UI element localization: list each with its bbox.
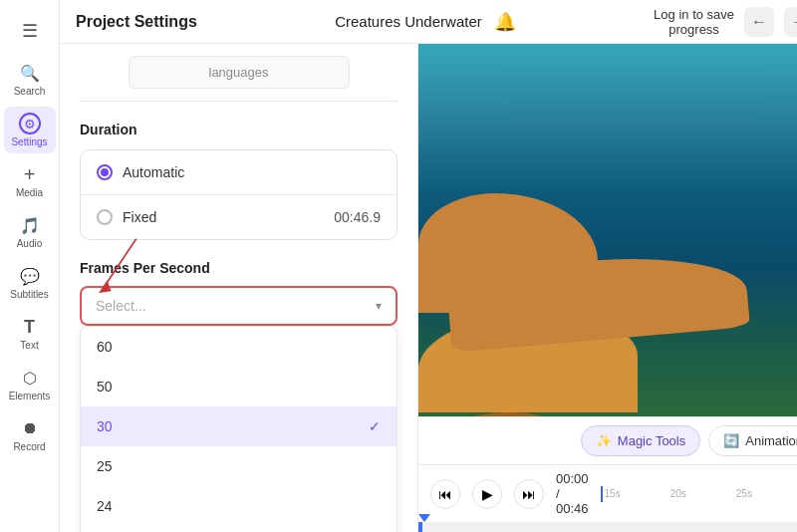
action-bar: ✨ Magic Tools 🔄 Animation (418, 417, 797, 465)
search-icon: 🔍 (19, 62, 41, 84)
sidebar-item-label: Media (16, 187, 43, 198)
top-bar-center: Creatures Underwater 🔔 (213, 11, 638, 33)
sidebar-item-text[interactable]: T Text (4, 310, 56, 357)
svg-marker-1 (99, 281, 112, 294)
sidebar-item-audio[interactable]: 🎵 Audio (4, 208, 56, 255)
sidebar-item-label: Text (20, 340, 38, 351)
top-bar: Project Settings Creatures Underwater 🔔 … (60, 0, 797, 44)
project-title: Creatures Underwater (335, 13, 482, 30)
fps-option-25[interactable]: 25 (81, 446, 397, 486)
sidebar-item-record[interactable]: ⏺ Record (4, 411, 56, 458)
play-button[interactable]: ▶ (472, 479, 502, 509)
fps-value: 24 (97, 498, 113, 514)
media-icon: + (19, 163, 41, 185)
sidebar-item-elements[interactable]: ⬡ Elements (4, 361, 56, 407)
fixed-value: 00:46.9 (334, 209, 381, 225)
page-title: Project Settings (76, 13, 197, 31)
sidebar-item-label: Search (14, 86, 46, 97)
magic-wand-icon: ✨ (596, 433, 612, 448)
fps-dropdown: 60 50 30 ✓ 25 24 1 (80, 326, 398, 532)
settings-icon: ⚙ (19, 113, 41, 134)
automatic-radio[interactable] (97, 164, 113, 180)
sidebar-item-label: Elements (9, 391, 51, 401)
duration-label: Duration (80, 122, 398, 137)
language-tab[interactable]: languages (80, 44, 398, 102)
forward-button[interactable]: → (784, 7, 797, 37)
sidebar-item-subtitles[interactable]: 💬 Subtitles (4, 259, 56, 306)
login-text[interactable]: Log in to saveprogress (654, 7, 734, 37)
settings-panel: languages Duration Automatic Fixed 00:46… (60, 44, 418, 532)
fps-option-50[interactable]: 50 (81, 367, 397, 406)
arrow-annotation (95, 233, 144, 303)
preview-area: ✨ Magic Tools 🔄 Animation ⏮ ▶ ⏭ (418, 44, 797, 532)
fps-option-24[interactable]: 24 (81, 486, 397, 526)
animation-label: Animation (745, 433, 797, 448)
content-area: languages Duration Automatic Fixed 00:46… (60, 44, 797, 532)
coral-shape-3 (418, 412, 578, 416)
preview-image (418, 44, 797, 416)
sidebar-item-label: Audio (17, 238, 43, 249)
time-separator: / (556, 486, 560, 501)
back-button[interactable]: ← (744, 7, 774, 37)
top-bar-right: Log in to saveprogress ← → (654, 7, 797, 37)
timeline-label: 25s (736, 488, 752, 499)
fps-value: 25 (97, 458, 113, 474)
fixed-label: Fixed (123, 209, 156, 225)
fps-option-60[interactable]: 60 (81, 327, 397, 367)
main-panel: Project Settings Creatures Underwater 🔔 … (60, 0, 797, 532)
automatic-option[interactable]: Automatic (81, 150, 397, 195)
record-icon: ⏺ (19, 417, 41, 439)
text-icon: T (19, 316, 41, 338)
timeline-label: 15s (605, 488, 621, 499)
fps-value: 50 (97, 379, 113, 395)
animation-button[interactable]: 🔄 Animation (708, 425, 797, 456)
lang-label: languages (129, 56, 350, 89)
magic-tools-button[interactable]: ✨ Magic Tools (581, 425, 700, 456)
fps-value: 60 (97, 339, 113, 355)
timeline-area[interactable]: 15s 20s 25s 30s (601, 484, 797, 504)
time-display: 00:00 / 00:46 (556, 471, 589, 516)
duration-group: Automatic Fixed 00:46.9 (80, 149, 398, 240)
total-time: 00:46 (556, 501, 589, 516)
fps-value: 30 (97, 418, 113, 434)
chevron-down-icon: ▾ (376, 299, 382, 313)
sidebar-item-label: Record (13, 441, 45, 452)
animation-icon: 🔄 (723, 433, 739, 448)
bottom-bar: ✨ Magic Tools 🔄 Animation ⏮ ▶ ⏭ (418, 416, 797, 532)
current-time: 00:00 (556, 471, 589, 486)
subtitles-icon: 💬 (19, 265, 41, 287)
playback-bar: ⏮ ▶ ⏭ 00:00 / 00:46 15s (418, 465, 797, 522)
fixed-radio[interactable] (97, 209, 113, 225)
water-light (418, 44, 797, 193)
sidebar-item-media[interactable]: + Media (4, 157, 56, 204)
sidebar-item-label: Subtitles (10, 289, 48, 300)
automatic-label: Automatic (123, 164, 184, 180)
elements-icon: ⬡ (19, 367, 41, 389)
forward-button[interactable]: ⏭ (514, 479, 544, 509)
fps-option-10[interactable]: 10 (81, 526, 397, 532)
coral-reef (418, 193, 797, 416)
timeline-label: 20s (670, 488, 686, 499)
timeline-labels: 15s 20s 25s 30s (601, 488, 797, 499)
fps-option-30[interactable]: 30 ✓ (81, 406, 397, 446)
check-icon: ✓ (369, 418, 381, 434)
svg-line-0 (103, 239, 135, 289)
magic-tools-label: Magic Tools (618, 433, 685, 448)
notification-icon: 🔔 (494, 11, 516, 33)
menu-icon[interactable]: ☰ (0, 10, 59, 52)
sidebar-item-settings[interactable]: ⚙ Settings (4, 107, 56, 153)
rewind-button[interactable]: ⏮ (430, 479, 460, 509)
audio-icon: 🎵 (19, 214, 41, 236)
playback-controls: ⏮ ▶ ⏭ (430, 479, 544, 509)
sidebar-item-search[interactable]: 🔍 Search (4, 56, 56, 103)
timeline-needle (601, 486, 603, 502)
sidebar: ☰ 🔍 Search ⚙ Settings + Media 🎵 Audio 💬 … (0, 0, 60, 532)
sidebar-item-label: Settings (11, 136, 47, 147)
